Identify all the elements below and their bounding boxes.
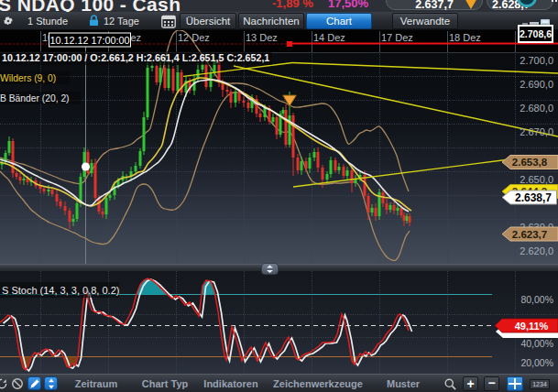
- svg-text:20,00%: 20,00%: [520, 357, 553, 368]
- svg-text:B Bänder (20, 2): B Bänder (20, 2): [0, 93, 70, 103]
- svg-text:49,11%: 49,11%: [515, 321, 549, 332]
- svg-text:2.653,8: 2.653,8: [512, 157, 548, 168]
- svg-text:80,00%: 80,00%: [520, 294, 553, 305]
- svg-text:17 Dez: 17 Dez: [381, 32, 413, 43]
- svg-text:2.690,0: 2.690,0: [520, 79, 553, 90]
- svg-text:2.620,0: 2.620,0: [520, 245, 553, 256]
- svg-text:18 Dez: 18 Dez: [449, 32, 481, 43]
- svg-text:2.680,0: 2.680,0: [520, 103, 553, 114]
- svg-text:2.700,0: 2.700,0: [520, 55, 553, 66]
- svg-text:12 Dez: 12 Dez: [178, 32, 210, 43]
- svg-text:2.638,7: 2.638,7: [515, 191, 552, 204]
- svg-text:Wilders (9, 0): Wilders (9, 0): [0, 73, 56, 83]
- svg-text:S Stoch (14, 3, 3, 0.8, 0.2): S Stoch (14, 3, 3, 0.8, 0.2): [2, 285, 119, 296]
- svg-text:2.650,0: 2.650,0: [520, 174, 553, 185]
- svg-text:10.12.12 17:00:00 / O:2.661,2: 10.12.12 17:00:00 / O:2.661,2 H:2.661,4 …: [2, 52, 269, 63]
- svg-text:2.623,7: 2.623,7: [512, 229, 547, 240]
- svg-text:10.12.12 17:00:00: 10.12.12 17:00:00: [49, 35, 129, 46]
- svg-text:40,00%: 40,00%: [520, 338, 553, 349]
- svg-text:14 Dez: 14 Dez: [313, 32, 345, 43]
- svg-text:13 Dez: 13 Dez: [246, 32, 278, 43]
- svg-text:2.670,0: 2.670,0: [520, 126, 553, 137]
